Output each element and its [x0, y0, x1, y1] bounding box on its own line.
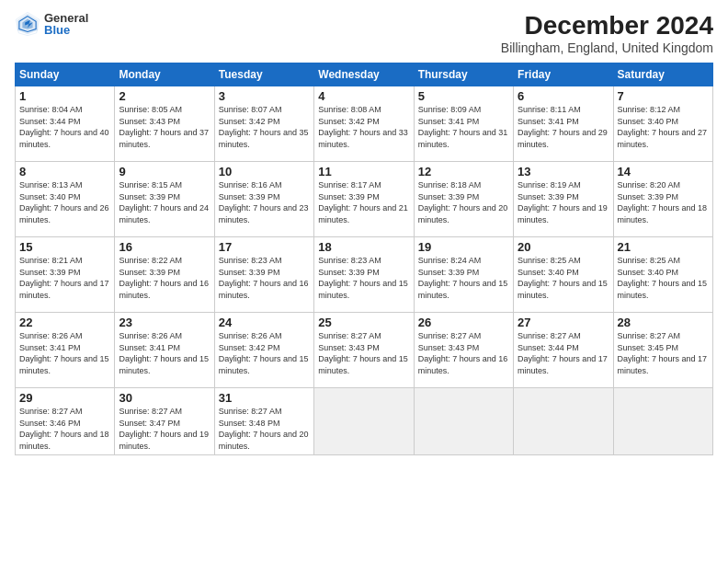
day-info: Sunrise: 8:23 AMSunset: 3:39 PMDaylight:… [318, 255, 409, 301]
day-number: 24 [219, 316, 310, 329]
day-number: 5 [418, 89, 509, 103]
calendar-cell: 1Sunrise: 8:04 AMSunset: 3:44 PMDaylight… [16, 86, 115, 162]
day-info: Sunrise: 8:25 AMSunset: 3:40 PMDaylight:… [618, 255, 709, 301]
calendar-header-monday: Monday [115, 63, 214, 86]
calendar-cell: 25Sunrise: 8:27 AMSunset: 3:43 PMDayligh… [314, 313, 414, 388]
day-number: 26 [418, 316, 509, 329]
day-info: Sunrise: 8:19 AMSunset: 3:39 PMDaylight:… [518, 179, 609, 225]
day-info: Sunrise: 8:17 AMSunset: 3:39 PMDaylight:… [318, 179, 409, 225]
main-title: December 2024 [501, 11, 713, 40]
day-info: Sunrise: 8:23 AMSunset: 3:39 PMDaylight:… [219, 255, 310, 301]
calendar-cell: 12Sunrise: 8:18 AMSunset: 3:39 PMDayligh… [414, 162, 513, 237]
calendar-week-row: 1Sunrise: 8:04 AMSunset: 3:44 PMDaylight… [16, 86, 713, 162]
calendar-cell: 8Sunrise: 8:13 AMSunset: 3:40 PMDaylight… [16, 162, 115, 237]
day-number: 20 [518, 240, 609, 254]
day-number: 12 [418, 165, 509, 178]
calendar-cell: 5Sunrise: 8:09 AMSunset: 3:41 PMDaylight… [414, 86, 513, 162]
day-number: 21 [618, 240, 709, 254]
day-info: Sunrise: 8:27 AMSunset: 3:44 PMDaylight:… [518, 330, 609, 376]
calendar-cell: 4Sunrise: 8:08 AMSunset: 3:42 PMDaylight… [314, 86, 414, 162]
day-number: 31 [219, 391, 310, 405]
calendar-cell: 27Sunrise: 8:27 AMSunset: 3:44 PMDayligh… [514, 313, 613, 388]
calendar-cell: 7Sunrise: 8:12 AMSunset: 3:40 PMDaylight… [613, 86, 712, 162]
calendar-cell: 28Sunrise: 8:27 AMSunset: 3:45 PMDayligh… [613, 313, 712, 388]
day-info: Sunrise: 8:15 AMSunset: 3:39 PMDaylight:… [119, 179, 210, 225]
calendar-cell [613, 388, 712, 455]
calendar-cell: 18Sunrise: 8:23 AMSunset: 3:39 PMDayligh… [314, 237, 414, 313]
day-info: Sunrise: 8:11 AMSunset: 3:41 PMDaylight:… [518, 104, 609, 150]
day-info: Sunrise: 8:24 AMSunset: 3:39 PMDaylight:… [418, 255, 509, 301]
calendar-cell: 17Sunrise: 8:23 AMSunset: 3:39 PMDayligh… [214, 237, 313, 313]
calendar-cell: 22Sunrise: 8:26 AMSunset: 3:41 PMDayligh… [16, 313, 115, 388]
day-number: 11 [318, 165, 409, 178]
day-number: 1 [19, 89, 110, 103]
logo-text: General Blue [44, 12, 88, 36]
day-info: Sunrise: 8:09 AMSunset: 3:41 PMDaylight:… [418, 104, 509, 150]
day-info: Sunrise: 8:08 AMSunset: 3:42 PMDaylight:… [318, 104, 409, 150]
day-info: Sunrise: 8:20 AMSunset: 3:39 PMDaylight:… [618, 179, 709, 225]
day-info: Sunrise: 8:27 AMSunset: 3:45 PMDaylight:… [618, 330, 709, 376]
calendar-header-row: SundayMondayTuesdayWednesdayThursdayFrid… [16, 63, 713, 86]
day-number: 6 [518, 89, 609, 103]
calendar-cell: 23Sunrise: 8:26 AMSunset: 3:41 PMDayligh… [115, 313, 214, 388]
subtitle: Billingham, England, United Kingdom [501, 40, 713, 55]
calendar-cell [414, 388, 513, 455]
page: General Blue December 2024 Billingham, E… [0, 0, 728, 563]
calendar-cell: 24Sunrise: 8:26 AMSunset: 3:42 PMDayligh… [214, 313, 313, 388]
day-info: Sunrise: 8:27 AMSunset: 3:48 PMDaylight:… [219, 406, 310, 452]
calendar-cell: 19Sunrise: 8:24 AMSunset: 3:39 PMDayligh… [414, 237, 513, 313]
logo-blue-text: Blue [44, 24, 88, 36]
calendar-cell: 31Sunrise: 8:27 AMSunset: 3:48 PMDayligh… [214, 388, 313, 455]
day-number: 2 [119, 89, 210, 103]
calendar-cell: 21Sunrise: 8:25 AMSunset: 3:40 PMDayligh… [613, 237, 712, 313]
calendar-week-row: 29Sunrise: 8:27 AMSunset: 3:46 PMDayligh… [16, 388, 713, 455]
day-info: Sunrise: 8:04 AMSunset: 3:44 PMDaylight:… [19, 104, 110, 150]
day-info: Sunrise: 8:26 AMSunset: 3:41 PMDaylight:… [19, 330, 110, 376]
day-number: 27 [518, 316, 609, 329]
calendar-cell: 16Sunrise: 8:22 AMSunset: 3:39 PMDayligh… [115, 237, 214, 313]
calendar-header-saturday: Saturday [613, 63, 712, 86]
day-number: 29 [19, 391, 110, 405]
header: General Blue December 2024 Billingham, E… [15, 11, 713, 55]
day-number: 4 [318, 89, 409, 103]
calendar-cell: 26Sunrise: 8:27 AMSunset: 3:43 PMDayligh… [414, 313, 513, 388]
day-number: 3 [219, 89, 310, 103]
day-info: Sunrise: 8:27 AMSunset: 3:47 PMDaylight:… [119, 406, 210, 452]
day-info: Sunrise: 8:27 AMSunset: 3:46 PMDaylight:… [19, 406, 110, 452]
day-info: Sunrise: 8:25 AMSunset: 3:40 PMDaylight:… [518, 255, 609, 301]
day-number: 15 [19, 240, 110, 254]
calendar-cell: 14Sunrise: 8:20 AMSunset: 3:39 PMDayligh… [613, 162, 712, 237]
calendar-header-wednesday: Wednesday [314, 63, 414, 86]
calendar-week-row: 22Sunrise: 8:26 AMSunset: 3:41 PMDayligh… [16, 313, 713, 388]
day-number: 7 [618, 89, 709, 103]
calendar-cell: 9Sunrise: 8:15 AMSunset: 3:39 PMDaylight… [115, 162, 214, 237]
day-number: 13 [518, 165, 609, 178]
day-number: 8 [19, 165, 110, 178]
calendar-week-row: 8Sunrise: 8:13 AMSunset: 3:40 PMDaylight… [16, 162, 713, 237]
calendar-header-sunday: Sunday [16, 63, 115, 86]
day-info: Sunrise: 8:12 AMSunset: 3:40 PMDaylight:… [618, 104, 709, 150]
day-info: Sunrise: 8:27 AMSunset: 3:43 PMDaylight:… [318, 330, 409, 376]
day-number: 19 [418, 240, 509, 254]
day-info: Sunrise: 8:07 AMSunset: 3:42 PMDaylight:… [219, 104, 310, 150]
calendar-header-friday: Friday [514, 63, 613, 86]
logo: General Blue [15, 11, 88, 37]
logo-icon [15, 11, 40, 37]
day-info: Sunrise: 8:27 AMSunset: 3:43 PMDaylight:… [418, 330, 509, 376]
calendar-cell: 11Sunrise: 8:17 AMSunset: 3:39 PMDayligh… [314, 162, 414, 237]
calendar-cell: 29Sunrise: 8:27 AMSunset: 3:46 PMDayligh… [16, 388, 115, 455]
calendar-cell [314, 388, 414, 455]
day-info: Sunrise: 8:26 AMSunset: 3:42 PMDaylight:… [219, 330, 310, 376]
day-info: Sunrise: 8:16 AMSunset: 3:39 PMDaylight:… [219, 179, 310, 225]
day-number: 25 [318, 316, 409, 329]
day-info: Sunrise: 8:22 AMSunset: 3:39 PMDaylight:… [119, 255, 210, 301]
calendar-cell: 6Sunrise: 8:11 AMSunset: 3:41 PMDaylight… [514, 86, 613, 162]
day-info: Sunrise: 8:26 AMSunset: 3:41 PMDaylight:… [119, 330, 210, 376]
day-info: Sunrise: 8:21 AMSunset: 3:39 PMDaylight:… [19, 255, 110, 301]
day-number: 16 [119, 240, 210, 254]
calendar-cell: 13Sunrise: 8:19 AMSunset: 3:39 PMDayligh… [514, 162, 613, 237]
day-number: 30 [119, 391, 210, 405]
calendar-cell: 15Sunrise: 8:21 AMSunset: 3:39 PMDayligh… [16, 237, 115, 313]
calendar-header-thursday: Thursday [414, 63, 513, 86]
day-number: 14 [618, 165, 709, 178]
